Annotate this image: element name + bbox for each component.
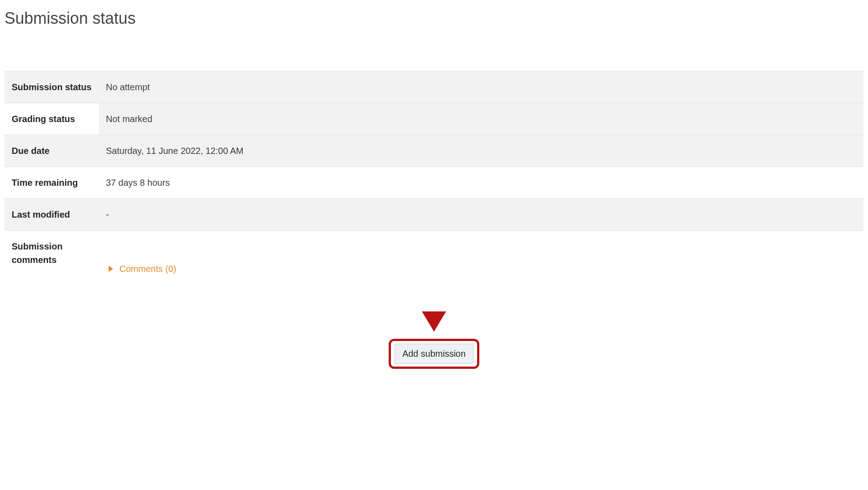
label-time-remaining: Time remaining xyxy=(4,167,99,199)
comments-link-text: Comments (0) xyxy=(119,262,176,276)
submission-status-page: Submission status Submission status No a… xyxy=(0,0,868,387)
value-due-date: Saturday, 11 June 2022, 12:00 AM xyxy=(99,135,864,167)
row-due-date: Due date Saturday, 11 June 2022, 12:00 A… xyxy=(4,135,864,167)
down-arrow-icon xyxy=(422,311,446,332)
value-time-remaining: 37 days 8 hours xyxy=(99,167,864,199)
label-grading-status: Grading status xyxy=(4,103,99,135)
row-last-modified: Last modified - xyxy=(4,199,864,231)
value-last-modified: - xyxy=(99,199,864,231)
value-grading-status: Not marked xyxy=(99,103,864,135)
submission-status-table: Submission status No attempt Grading sta… xyxy=(4,71,864,284)
comments-toggle[interactable]: Comments (0) xyxy=(109,262,176,276)
callout-highlight: Add submission xyxy=(389,339,479,369)
caret-right-icon xyxy=(109,266,113,272)
label-last-modified: Last modified xyxy=(4,199,99,231)
row-grading-status: Grading status Not marked xyxy=(4,103,864,135)
label-due-date: Due date xyxy=(4,135,99,167)
page-title: Submission status xyxy=(4,6,864,31)
value-submission-status: No attempt xyxy=(99,71,864,103)
callout-arrow-wrap xyxy=(4,311,864,338)
add-submission-button[interactable]: Add submission xyxy=(395,344,473,364)
add-submission-wrap: Add submission xyxy=(4,339,864,369)
label-submission-status: Submission status xyxy=(4,71,99,103)
row-time-remaining: Time remaining 37 days 8 hours xyxy=(4,167,864,199)
label-submission-comments: Submission comments xyxy=(4,231,99,285)
row-submission-comments: Submission comments Comments (0) xyxy=(4,231,864,285)
row-submission-status: Submission status No attempt xyxy=(4,71,864,103)
